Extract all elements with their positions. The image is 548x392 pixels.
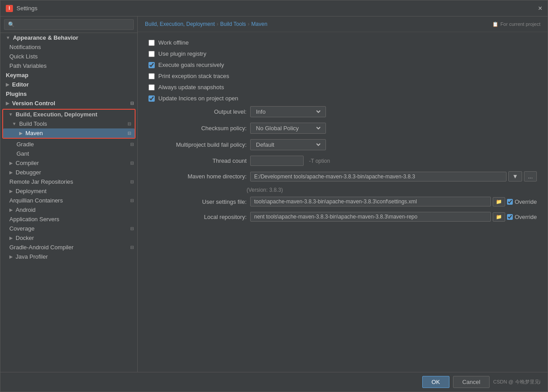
sidebar-item-quick-lists[interactable]: Quick Lists (0, 52, 137, 61)
user-settings-input[interactable] (250, 197, 491, 206)
print-exception-row: Print exception stack traces (148, 73, 537, 79)
output-level-label: Output level: (148, 108, 247, 115)
sidebar-item-debugger[interactable]: ▶ Debugger (0, 168, 137, 177)
sidebar-item-docker[interactable]: ▶ Docker (0, 233, 137, 243)
sidebar-item-remote-jar[interactable]: Remote Jar Repositories ⊟ (0, 177, 137, 186)
expand-arrow: ▼ (8, 112, 13, 117)
update-indices-checkbox[interactable] (148, 95, 155, 102)
maven-home-browse-btn[interactable]: ... (524, 171, 537, 182)
sidebar-item-label: Application Servers (9, 216, 59, 223)
always-update-checkbox[interactable] (148, 84, 155, 91)
search-input[interactable] (4, 19, 134, 30)
print-exception-label[interactable]: Print exception stack traces (158, 73, 229, 79)
sidebar-item-appearance[interactable]: ▼ Appearance & Behavior (0, 33, 137, 42)
work-offline-label[interactable]: Work offline (158, 39, 189, 46)
file-icon: ⊟ (130, 142, 134, 147)
file-icon: ⊟ (128, 121, 131, 126)
expand-arrow: ▼ (6, 35, 10, 40)
maven-home-input[interactable] (250, 172, 507, 182)
sidebar-item-app-servers[interactable]: Application Servers (0, 215, 137, 224)
sidebar-item-compiler[interactable]: ▶ Compiler ⊟ (0, 158, 137, 168)
sidebar-item-label: Docker (16, 235, 34, 241)
work-offline-checkbox[interactable] (148, 40, 155, 46)
user-settings-row: User settings file: 📁 Override (148, 197, 537, 206)
sidebar-tree: ▼ Appearance & Behavior Notifications Qu… (0, 33, 137, 372)
breadcrumb-build-tools[interactable]: Build Tools (220, 21, 246, 27)
watermark: CSDN @ 今晚梦里见i (493, 379, 540, 385)
breadcrumb-sep-2: › (248, 21, 250, 27)
file-icon: ⊟ (130, 161, 134, 165)
user-settings-browse-btn[interactable]: 📁 (493, 197, 505, 206)
thread-count-row: Thread count -T option (148, 156, 537, 166)
expand-arrow: ▶ (9, 170, 13, 175)
multiproject-policy-dropdown[interactable]: Default Fail At End Never Fail (250, 139, 326, 150)
settings-content: Work offline Use plugin registry Execute… (138, 32, 548, 234)
update-indices-label[interactable]: Update Incices on project open (158, 95, 238, 102)
output-level-select[interactable]: Info Debug Error Warning (254, 108, 322, 116)
local-repo-override-checkbox[interactable] (507, 214, 513, 220)
search-box (0, 17, 137, 33)
user-settings-label: User settings file: (148, 198, 247, 205)
sidebar-item-label: Appearance & Behavior (13, 34, 78, 41)
sidebar-item-plugins[interactable]: Plugins (0, 89, 137, 99)
print-exception-checkbox[interactable] (148, 73, 155, 79)
close-button[interactable]: × (538, 4, 542, 12)
main-panel: Build, Execution, Deployment › Build Too… (138, 17, 548, 372)
sidebar-item-gradle-android[interactable]: Gradle-Android Compiler ⊟ (0, 243, 137, 252)
sidebar-item-coverage[interactable]: Coverage ⊟ (0, 224, 137, 233)
sidebar-item-label: Build, Execution, Deployment (16, 111, 97, 118)
sidebar-item-notifications[interactable]: Notifications (0, 42, 137, 52)
use-plugin-registry-label[interactable]: Use plugin registry (158, 50, 206, 57)
breadcrumb-build-exec[interactable]: Build, Execution, Deployment (145, 21, 215, 27)
sidebar-item-label: Java Profiler (16, 253, 48, 260)
expand-arrow: ▶ (19, 131, 23, 136)
execute-goals-label[interactable]: Execute goals recursively (158, 62, 224, 68)
cancel-button[interactable]: Cancel (453, 376, 490, 388)
sidebar-item-editor[interactable]: ▶ Editor (0, 80, 137, 89)
file-icon: ⊟ (130, 226, 134, 231)
user-settings-override-label[interactable]: Override (515, 198, 537, 205)
project-label: For current project (500, 21, 540, 27)
breadcrumb: Build, Execution, Deployment › Build Too… (138, 17, 548, 32)
sidebar-item-path-variables[interactable]: Path Variables (0, 61, 137, 70)
sidebar-item-keymap[interactable]: Keymap (0, 70, 137, 80)
sidebar-item-gant[interactable]: Gant (0, 149, 137, 158)
window-title: Settings (16, 5, 37, 12)
execute-goals-checkbox[interactable] (148, 62, 155, 68)
app-icon: I (6, 5, 13, 12)
checksum-policy-row: Checksum policy: No Global Policy Fail W… (148, 123, 537, 134)
maven-home-dropdown-btn[interactable]: ▼ (508, 171, 522, 182)
local-repo-row: Local repository: 📁 Override (148, 212, 537, 222)
sidebar-item-android[interactable]: ▶ Android (0, 205, 137, 215)
local-repo-input[interactable] (250, 212, 491, 222)
maven-home-label: Maven home directory: (148, 173, 247, 180)
multiproject-policy-select[interactable]: Default Fail At End Never Fail (254, 141, 322, 149)
sidebar-item-gradle[interactable]: Gradle ⊟ (0, 140, 137, 149)
thread-count-input[interactable] (250, 156, 304, 166)
sidebar-item-version-control[interactable]: ▶ Version Control ⊟ (0, 99, 137, 108)
use-plugin-registry-checkbox[interactable] (148, 51, 155, 57)
sidebar-item-java-profiler[interactable]: ▶ Java Profiler (0, 252, 137, 261)
project-icon: 📋 (492, 21, 499, 27)
checksum-policy-label: Checksum policy: (148, 125, 247, 132)
execute-goals-row: Execute goals recursively (148, 62, 537, 68)
local-repo-override-label[interactable]: Override (515, 214, 537, 220)
local-repo-browse-btn[interactable]: 📁 (493, 212, 505, 222)
checksum-policy-dropdown[interactable]: No Global Policy Fail Warn Ignore (250, 123, 326, 134)
sidebar-item-arquillian[interactable]: Arquillian Containers ⊟ (0, 196, 137, 205)
expand-arrow: ▶ (6, 101, 9, 106)
sidebar-item-maven[interactable]: ▶ Maven ⊟ (3, 128, 135, 138)
sidebar-item-build-tools[interactable]: ▼ Build Tools ⊟ (3, 119, 135, 128)
thread-count-label: Thread count (148, 157, 247, 164)
file-icon: ⊟ (128, 131, 131, 136)
always-update-label[interactable]: Always update snapshots (158, 84, 224, 91)
sidebar-item-build-exec[interactable]: ▼ Build, Execution, Deployment (3, 110, 135, 119)
user-settings-override-checkbox[interactable] (507, 199, 513, 205)
expand-arrow: ▶ (6, 82, 9, 87)
ok-button[interactable]: OK (422, 376, 449, 388)
sidebar-item-deployment[interactable]: ▶ Deployment (0, 186, 137, 196)
checksum-policy-select[interactable]: No Global Policy Fail Warn Ignore (254, 124, 322, 132)
local-repo-label: Local repository: (148, 214, 247, 220)
file-icon: ⊟ (130, 198, 134, 203)
output-level-dropdown[interactable]: Info Debug Error Warning (250, 106, 326, 117)
